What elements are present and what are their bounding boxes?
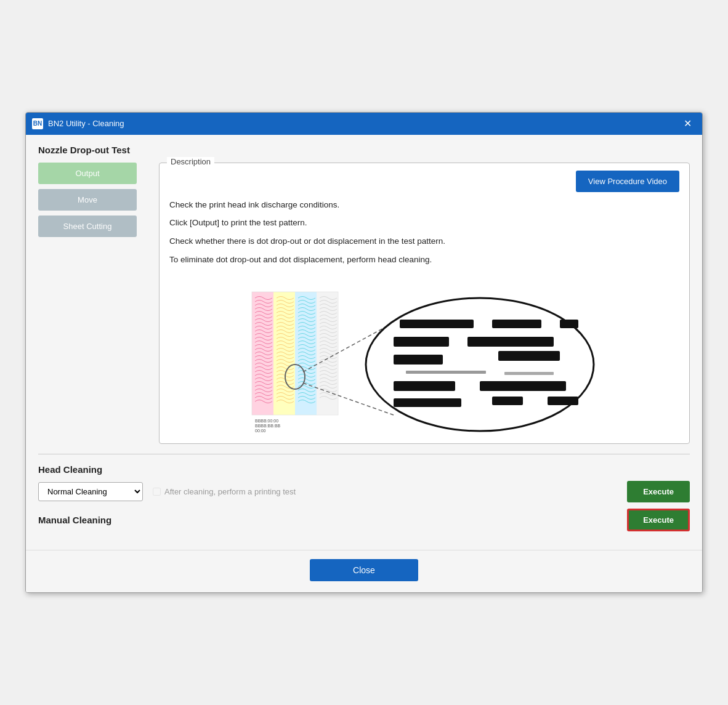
description-legend: Description [167, 157, 214, 166]
title-bar-left: BN BN2 Utility - Cleaning [32, 118, 124, 129]
svg-text:00:00: 00:00 [255, 429, 266, 433]
svg-rect-24 [492, 397, 523, 405]
app-window: BN BN2 Utility - Cleaning ✕ Nozzle Drop-… [25, 112, 703, 593]
desc-line2: Click [Output] to print the test pattern… [169, 216, 679, 230]
svg-text:BBBB:00:00: BBBB:00:00 [255, 419, 278, 423]
svg-rect-22 [480, 381, 566, 391]
desc-line1: Check the print head ink discharge condi… [169, 198, 679, 212]
after-cleaning-checkbox[interactable] [153, 488, 161, 496]
manual-cleaning-row: Manual Cleaning Execute [38, 509, 690, 531]
svg-rect-13 [492, 320, 541, 328]
svg-rect-17 [394, 355, 443, 365]
svg-rect-21 [394, 381, 455, 391]
move-button[interactable]: Move [38, 189, 137, 211]
svg-rect-25 [548, 397, 578, 405]
svg-rect-23 [394, 398, 461, 407]
close-dialog-button[interactable]: Close [310, 559, 418, 581]
description-panel: Description View Procedure Video Check t… [159, 163, 690, 444]
desc-line4: To eliminate dot drop-out and dot displa… [169, 253, 679, 267]
svg-rect-19 [406, 371, 486, 374]
sheet-cutting-button[interactable]: Sheet Cutting [38, 216, 137, 237]
left-panel: Output Move Sheet Cutting [38, 163, 149, 444]
head-cleaning-title: Head Cleaning [38, 464, 690, 475]
svg-rect-12 [400, 320, 474, 328]
window-close-button[interactable]: ✕ [679, 115, 696, 132]
main-content: Nozzle Drop-out Test Output Move Sheet C… [26, 135, 702, 550]
normal-cleaning-execute-button[interactable]: Execute [627, 481, 690, 502]
normal-cleaning-row: Normal Cleaning Deep Cleaning After clea… [38, 481, 690, 502]
svg-text:BBBB:BB:BB: BBBB:BB:BB [255, 424, 281, 428]
desc-line3: Check whether there is dot drop-out or d… [169, 235, 679, 248]
footer: Close [26, 550, 702, 592]
svg-rect-18 [498, 351, 560, 361]
app-title: BN2 Utility - Cleaning [48, 119, 124, 128]
diagram-svg: BBBB:00:00 BBBB:BB:BB 00:00 [169, 273, 679, 433]
title-bar: BN BN2 Utility - Cleaning ✕ [26, 113, 702, 135]
manual-cleaning-execute-button[interactable]: Execute [627, 509, 690, 531]
svg-rect-16 [467, 337, 554, 347]
diagram-area: BBBB:00:00 BBBB:BB:BB 00:00 [169, 273, 679, 433]
svg-rect-14 [560, 320, 578, 328]
output-button[interactable]: Output [38, 163, 137, 184]
app-icon: BN [32, 118, 43, 129]
after-cleaning-checkbox-label[interactable]: After cleaning, perform a printing test [153, 487, 617, 496]
top-section: Output Move Sheet Cutting Description Vi… [38, 163, 690, 444]
cleaning-type-select[interactable]: Normal Cleaning Deep Cleaning [38, 482, 143, 501]
view-video-button[interactable]: View Procedure Video [576, 171, 679, 192]
description-text: Check the print head ink discharge condi… [169, 198, 679, 266]
svg-rect-20 [504, 372, 554, 375]
svg-rect-15 [394, 337, 449, 347]
manual-cleaning-label: Manual Cleaning [38, 515, 111, 525]
head-cleaning-section: Head Cleaning Normal Cleaning Deep Clean… [38, 462, 690, 540]
section-divider [38, 454, 690, 454]
nozzle-section-title: Nozzle Drop-out Test [38, 145, 690, 155]
after-cleaning-label: After cleaning, perform a printing test [164, 487, 296, 496]
